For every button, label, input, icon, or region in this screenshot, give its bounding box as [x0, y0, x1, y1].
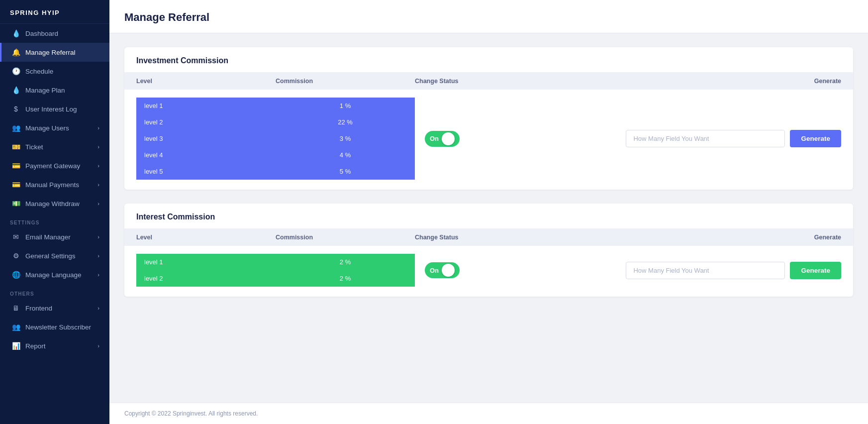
page-header: Manage Referral — [109, 0, 868, 33]
sidebar-item-label: General Settings — [25, 252, 76, 260]
header-level: Level — [136, 234, 276, 241]
sidebar-item-email-manager[interactable]: ✉ Email Manager › — [0, 227, 109, 246]
interest-field-input[interactable] — [626, 262, 785, 279]
toggle-label: On — [430, 135, 439, 142]
header-generate: Generate — [814, 78, 841, 85]
email-icon: ✉ — [11, 233, 20, 241]
level-cell: level 2 — [136, 270, 276, 287]
chevron-icon: › — [97, 144, 99, 150]
investment-commission-title: Investment Commission — [124, 47, 853, 73]
sidebar-item-report[interactable]: 📊 Report › — [0, 336, 109, 355]
sidebar-item-label: Manage Plan — [25, 87, 65, 94]
interest-table-header: Level Commission Change Status Generate — [124, 229, 853, 246]
interest-generate-button[interactable]: Generate — [790, 262, 841, 279]
payment-icon: 💳 — [11, 162, 20, 170]
level-cell: level 1 — [136, 98, 276, 114]
manual-pay-icon: 💳 — [11, 181, 20, 189]
header-level: Level — [136, 78, 276, 85]
sidebar-item-label: Schedule — [25, 68, 53, 75]
newsletter-icon: 👥 — [11, 323, 20, 331]
sidebar-item-label: Manage Users — [25, 124, 69, 132]
sidebar-item-label: Report — [25, 342, 46, 350]
sidebar-item-manage-referral[interactable]: 🔔 Manage Referral — [0, 43, 109, 62]
sidebar-item-frontend[interactable]: 🖥 Frontend › — [0, 299, 109, 318]
sidebar-item-manage-users[interactable]: 👥 Manage Users › — [0, 118, 109, 137]
toggle-knob — [442, 264, 455, 277]
commission-cell: 4 % — [276, 147, 415, 163]
commission-cell: 2 % — [276, 254, 415, 270]
level-cell: level 1 — [136, 254, 276, 270]
interest-toggle[interactable]: On — [425, 262, 460, 278]
interest-data-row: level 1 level 2 2 % 2 % On — [136, 254, 841, 287]
chevron-icon: › — [97, 201, 99, 207]
sidebar-item-label: Dashboard — [25, 30, 58, 37]
investment-status-col: On — [415, 131, 626, 147]
interest-levels-col: level 1 level 2 — [136, 254, 276, 287]
sidebar-item-ticket[interactable]: 🎫 Ticket › — [0, 137, 109, 156]
sidebar: SPRING HYIP 💧 Dashboard 🔔 Manage Referra… — [0, 0, 109, 424]
investment-generate-button[interactable]: Generate — [790, 130, 841, 147]
level-cell: level 4 — [136, 147, 276, 163]
toggle-label: On — [430, 267, 439, 274]
schedule-icon: 🕐 — [11, 67, 20, 75]
chevron-icon: › — [97, 253, 99, 259]
commission-cell: 2 % — [276, 270, 415, 287]
sidebar-item-newsletter-subscriber[interactable]: 👥 Newsletter Subscriber — [0, 318, 109, 336]
sidebar-item-schedule[interactable]: 🕐 Schedule — [0, 62, 109, 81]
interest-table-body: level 1 level 2 2 % 2 % On — [124, 246, 853, 297]
plan-icon: 💧 — [11, 86, 20, 94]
commission-cell: 5 % — [276, 163, 415, 180]
sidebar-item-general-settings[interactable]: ⚙ General Settings › — [0, 246, 109, 265]
chevron-icon: › — [97, 125, 99, 131]
investment-levels-col: level 1 level 2 level 3 level 4 level 5 — [136, 98, 276, 180]
investment-field-input[interactable] — [626, 130, 785, 147]
interest-generate-col: Generate — [626, 262, 841, 279]
header-generate: Generate — [814, 234, 841, 241]
sidebar-item-label: Newsletter Subscriber — [25, 323, 91, 331]
header-change-status: Change Status — [415, 234, 814, 241]
chevron-icon: › — [97, 272, 99, 278]
investment-toggle[interactable]: On — [425, 131, 460, 147]
sidebar-item-manage-plan[interactable]: 💧 Manage Plan — [0, 81, 109, 100]
header-commission: Commission — [276, 78, 415, 85]
sidebar-item-label: Frontend — [25, 305, 52, 312]
brand-logo: SPRING HYIP — [0, 0, 109, 24]
level-cell: level 3 — [136, 130, 276, 147]
investment-table-body: level 1 level 2 level 3 level 4 level 5 … — [124, 90, 853, 190]
sidebar-item-user-interest-log[interactable]: $ User Interest Log — [0, 100, 109, 118]
sidebar-item-label: Payment Gateway — [25, 162, 80, 170]
commission-cell: 22 % — [276, 114, 415, 130]
sidebar-item-manage-withdraw[interactable]: 💵 Manage Withdraw › — [0, 194, 109, 213]
sidebar-item-manage-language[interactable]: 🌐 Manage Language › — [0, 265, 109, 284]
level-cell: level 2 — [136, 114, 276, 130]
sidebar-item-label: Manage Withdraw — [25, 200, 80, 208]
users-icon: 👥 — [11, 124, 20, 132]
chevron-icon: › — [97, 182, 99, 188]
chevron-icon: › — [97, 305, 99, 311]
page-title: Manage Referral — [124, 11, 853, 24]
investment-commission-section: Investment Commission Level Commission C… — [124, 47, 853, 190]
header-commission: Commission — [276, 234, 415, 241]
sidebar-item-label: Manage Language — [25, 271, 82, 279]
sidebar-item-label: Ticket — [25, 143, 43, 151]
dashboard-icon: 💧 — [11, 29, 20, 37]
toggle-knob — [442, 132, 455, 145]
language-icon: 🌐 — [11, 271, 20, 279]
sidebar-item-label: Manage Referral — [25, 49, 76, 56]
withdraw-icon: 💵 — [11, 200, 20, 208]
interest-commission-section: Interest Commission Level Commission Cha… — [124, 204, 853, 297]
content-area: Investment Commission Level Commission C… — [109, 33, 868, 403]
chevron-icon: › — [97, 163, 99, 169]
investment-table-header: Level Commission Change Status Generate — [124, 73, 853, 90]
sidebar-item-label: Manual Payments — [25, 181, 79, 189]
chevron-icon: › — [97, 343, 99, 349]
footer-text: Copyright © 2022 Springinvest. All right… — [124, 410, 258, 417]
sidebar-item-dashboard[interactable]: 💧 Dashboard — [0, 24, 109, 43]
sidebar-item-payment-gateway[interactable]: 💳 Payment Gateway › — [0, 156, 109, 175]
sidebar-item-manual-payments[interactable]: 💳 Manual Payments › — [0, 175, 109, 194]
frontend-icon: 🖥 — [11, 304, 20, 312]
sidebar-item-label: User Interest Log — [25, 106, 77, 113]
ticket-icon: 🎫 — [11, 143, 20, 151]
investment-commissions-col: 1 % 22 % 3 % 4 % 5 % — [276, 98, 415, 180]
chevron-icon: › — [97, 234, 99, 240]
